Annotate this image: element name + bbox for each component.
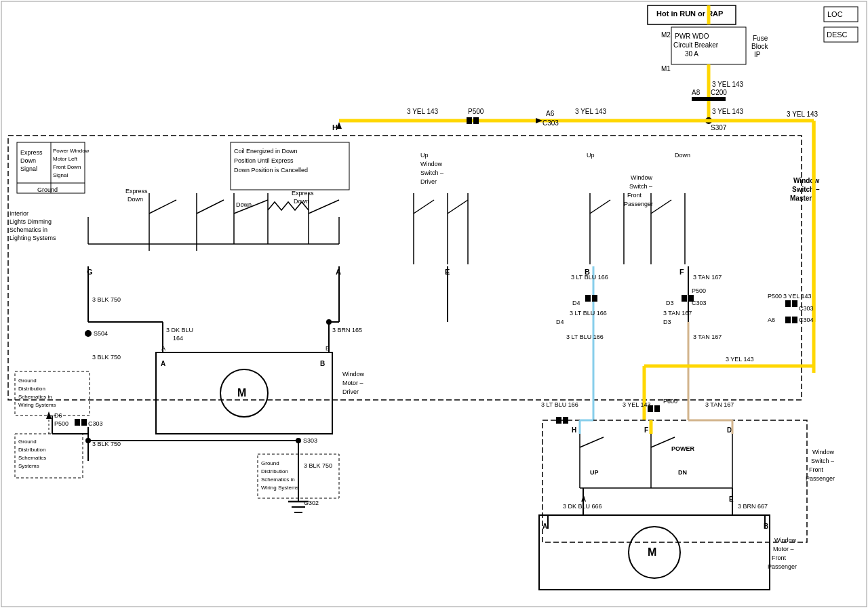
yel143-pass-label: 3 YEL 143 bbox=[726, 356, 754, 363]
yel143-c200-label: 3 YEL 143 bbox=[712, 108, 744, 115]
coil-label1: Coil Energized in Down bbox=[234, 148, 298, 155]
p500-top-label: P500 bbox=[468, 108, 484, 115]
loc-label: LOC bbox=[827, 10, 843, 18]
yel143-top-label: 3 YEL 143 bbox=[712, 81, 744, 88]
up-label-driver: Up bbox=[420, 152, 429, 159]
interior-lights-label3: Schematics in bbox=[9, 226, 47, 233]
h-pass-terminal: H bbox=[572, 426, 576, 434]
svg-point-73 bbox=[326, 319, 332, 325]
dkblu164-num: 164 bbox=[173, 335, 183, 342]
ground-label-box: Ground bbox=[37, 186, 58, 193]
svg-rect-54 bbox=[592, 295, 597, 302]
svg-rect-56 bbox=[785, 300, 791, 307]
gds-label2: DistrIbution bbox=[18, 447, 45, 453]
window-motor-driver-label1: Window bbox=[342, 371, 365, 378]
a6-top-label: A6 bbox=[546, 110, 555, 117]
yel143-h-left: 3 YEL 143 bbox=[407, 108, 439, 115]
fuse-block-ip-label: IP bbox=[754, 51, 761, 58]
gd2-label1: Ground bbox=[261, 460, 279, 466]
express-down-sw-label: Express bbox=[125, 188, 148, 195]
a-label-164: A bbox=[161, 345, 165, 352]
power-label: POWER bbox=[671, 445, 695, 452]
window-motor-driver-label3: Driver bbox=[342, 388, 359, 395]
window-motor-fp-label2: Motor – bbox=[773, 546, 794, 552]
dkblu164-label: 3 DK BLU bbox=[166, 327, 193, 333]
gd2-label2: Distribution bbox=[261, 468, 288, 474]
ltblu166-d4-label: 3 LT BLU 166 bbox=[570, 310, 607, 317]
a-motor-fp-box: A bbox=[542, 523, 547, 530]
motor-pass-m-symbol: M bbox=[648, 546, 656, 558]
s303-label: S303 bbox=[303, 437, 317, 444]
interior-lights-label1: Interior bbox=[9, 210, 28, 217]
s504-label: S504 bbox=[94, 330, 108, 337]
b-label-165: B bbox=[326, 345, 330, 352]
svg-rect-14 bbox=[473, 117, 479, 124]
blk750-s504-label: 3 BLK 750 bbox=[92, 354, 121, 361]
hot-label: Hot in RUN or RAP bbox=[656, 9, 723, 18]
coil-label3: Down Position is Cancelled bbox=[234, 167, 308, 174]
dn-pass-label: DN bbox=[678, 469, 687, 476]
d3-f-top: D3 bbox=[666, 300, 674, 306]
fuse-block-label: Fuse bbox=[753, 35, 768, 42]
pw-motor-label3: Front Down bbox=[53, 164, 81, 170]
svg-rect-51 bbox=[682, 295, 687, 302]
brn667-label: 3 BRN 667 bbox=[738, 503, 768, 510]
gd-label3: Schematics in bbox=[18, 394, 52, 400]
c303-top-label: C303 bbox=[542, 119, 559, 127]
blk750-s303-label: 3 BLK 750 bbox=[304, 462, 332, 469]
pw-motor-label4: Signal bbox=[53, 172, 68, 178]
blk750-d6-label: 3 BLK 750 bbox=[92, 441, 121, 447]
p600-label: P600 bbox=[663, 398, 677, 405]
ws-fp-label4: Passenger bbox=[624, 201, 653, 207]
window-switch-master-label2: Switch – bbox=[792, 186, 820, 193]
ws-fp-right-label3: Front bbox=[809, 466, 824, 473]
circuit-breaker-label: Circuit Breaker bbox=[673, 41, 719, 49]
m1-label: M1 bbox=[661, 65, 671, 73]
gd2-label3: Schematics in bbox=[261, 477, 295, 483]
gd-label2: Distribution bbox=[18, 386, 45, 392]
down-label-pass: Down bbox=[675, 152, 690, 159]
ws-driver-label3: Driver bbox=[420, 178, 437, 185]
m2-label: M2 bbox=[661, 31, 671, 39]
pw-motor-label2: Motor Left bbox=[53, 156, 78, 162]
motor-driver-m-symbol: M bbox=[237, 387, 246, 399]
thirty-amp-label: 30 A bbox=[685, 50, 698, 58]
tan167-d-pass-label: 3 TAN 167 bbox=[705, 401, 734, 408]
svg-point-83 bbox=[85, 438, 91, 443]
f-pass-terminal: F bbox=[644, 426, 648, 434]
g302-label: G302 bbox=[304, 500, 319, 506]
f-terminal: F bbox=[679, 268, 684, 276]
express-down-small2: Down bbox=[294, 198, 309, 205]
p500-d6-label: P500 bbox=[54, 420, 68, 427]
svg-rect-8 bbox=[692, 97, 726, 101]
svg-rect-53 bbox=[585, 295, 591, 302]
ltblu166-lower-label: 3 LT BLU 166 bbox=[566, 333, 604, 340]
gd-label1: Ground bbox=[18, 378, 37, 384]
c304-label: C304 bbox=[799, 317, 814, 323]
tan167-lower-label: 3 TAN 167 bbox=[693, 333, 722, 340]
d-pass-terminal: D bbox=[727, 426, 732, 434]
p500-f-label: P500 bbox=[692, 287, 706, 294]
a6-right-label: A6 bbox=[768, 317, 775, 323]
svg-rect-115 bbox=[563, 417, 568, 424]
express-down-small: Express bbox=[292, 190, 314, 197]
window-motor-fp-label1: Window bbox=[774, 537, 797, 544]
ws-fp-right-label1: Window bbox=[812, 449, 835, 455]
d6-label: D6 bbox=[54, 412, 62, 419]
blk750-g-label: 3 BLK 750 bbox=[92, 296, 121, 303]
svg-rect-63 bbox=[81, 419, 87, 426]
yel143-f-pass-label: 3 YEL 143 bbox=[623, 401, 651, 408]
tan167-d3-label: 3 TAN 167 bbox=[663, 310, 692, 317]
ws-fp-label1: Window bbox=[631, 174, 653, 181]
d4-b-top: D4 bbox=[572, 300, 580, 306]
gd-label4: Wiring Systems bbox=[18, 402, 56, 408]
ws-fp-label3: Front bbox=[627, 192, 642, 199]
d3-bot-label: D3 bbox=[663, 319, 671, 325]
window-switch-master-label1: Window bbox=[793, 177, 819, 184]
fuse-block-label2: Block bbox=[751, 43, 768, 50]
svg-rect-92 bbox=[654, 405, 660, 412]
svg-rect-13 bbox=[467, 117, 472, 124]
interior-lights-label4: Lighting Systems bbox=[9, 235, 56, 241]
gd2-label4: Wiring Systems bbox=[261, 485, 299, 491]
yel143-right-label: 3 YEL 143 bbox=[783, 293, 812, 300]
